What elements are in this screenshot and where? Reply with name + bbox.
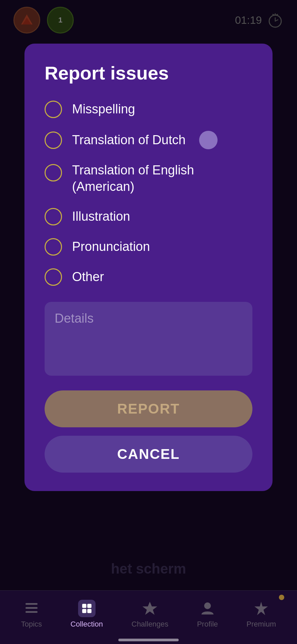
- report-button[interactable]: REPORT: [45, 390, 252, 427]
- svg-point-16: [204, 602, 211, 609]
- list-icon: [23, 600, 40, 617]
- radio-translation-dutch[interactable]: [45, 131, 62, 149]
- radio-pronunciation[interactable]: [45, 238, 62, 256]
- cancel-button[interactable]: CANCEL: [45, 436, 252, 473]
- option-other-wrap[interactable]: Other: [45, 268, 252, 286]
- nav-profile[interactable]: Profile: [190, 596, 225, 632]
- report-modal: Report issues Misspelling Translation of…: [24, 44, 273, 491]
- nav-topics[interactable]: Topics: [14, 596, 49, 632]
- modal-title: Report issues: [45, 62, 252, 84]
- touch-ripple: [199, 131, 218, 149]
- nav-premium-label: Premium: [246, 620, 276, 629]
- option-illustration-wrap[interactable]: Illustration: [45, 208, 252, 225]
- option-translation-english[interactable]: Translation of English (American): [45, 162, 252, 195]
- nav-challenges-label: Challenges: [131, 620, 168, 629]
- svg-rect-10: [25, 611, 38, 613]
- svg-marker-17: [254, 602, 268, 615]
- svg-rect-12: [87, 604, 91, 608]
- nav-challenges[interactable]: Challenges: [125, 596, 175, 632]
- option-translation-english-wrap[interactable]: Translation of English (American): [45, 162, 252, 195]
- nav-topics-label: Topics: [21, 620, 42, 629]
- svg-rect-11: [82, 604, 86, 608]
- svg-marker-15: [142, 602, 157, 615]
- challenges-icon: [141, 600, 159, 617]
- option-pronunciation[interactable]: Pronunciation: [45, 238, 252, 256]
- option-illustration[interactable]: Illustration: [45, 208, 252, 225]
- option-translation-dutch[interactable]: Translation of Dutch: [45, 131, 252, 149]
- nav-collection-label: Collection: [70, 620, 103, 629]
- modal-overlay: Report issues Misspelling Translation of…: [0, 0, 297, 604]
- radio-translation-english[interactable]: [45, 164, 62, 181]
- home-indicator: [118, 639, 179, 641]
- details-input[interactable]: [45, 302, 252, 376]
- nav-collection[interactable]: Collection: [64, 596, 110, 632]
- option-misspelling-wrap[interactable]: Misspelling: [45, 101, 252, 118]
- option-other[interactable]: Other: [45, 268, 252, 286]
- svg-rect-14: [87, 609, 91, 613]
- option-translation-dutch-wrap[interactable]: Translation of Dutch: [45, 131, 252, 149]
- svg-rect-9: [25, 607, 38, 609]
- nav-profile-label: Profile: [197, 620, 218, 629]
- svg-rect-8: [25, 603, 38, 605]
- option-translation-english-label: Translation of English (American): [72, 162, 252, 195]
- option-misspelling-label: Misspelling: [72, 101, 135, 117]
- radio-other[interactable]: [45, 268, 62, 286]
- radio-illustration[interactable]: [45, 208, 62, 225]
- option-pronunciation-label: Pronunciation: [72, 238, 150, 255]
- option-misspelling[interactable]: Misspelling: [45, 101, 252, 118]
- bottom-nav: Topics Collection Challenges Pro: [0, 590, 297, 644]
- option-illustration-label: Illustration: [72, 208, 130, 225]
- option-translation-dutch-label: Translation of Dutch: [72, 132, 186, 148]
- svg-rect-13: [82, 609, 86, 613]
- radio-misspelling[interactable]: [45, 101, 62, 118]
- option-pronunciation-wrap[interactable]: Pronunciation: [45, 238, 252, 256]
- collection-icon: [78, 600, 96, 617]
- option-other-label: Other: [72, 269, 104, 285]
- profile-icon: [199, 600, 216, 617]
- premium-icon: [252, 600, 270, 617]
- nav-premium[interactable]: Premium: [240, 596, 283, 632]
